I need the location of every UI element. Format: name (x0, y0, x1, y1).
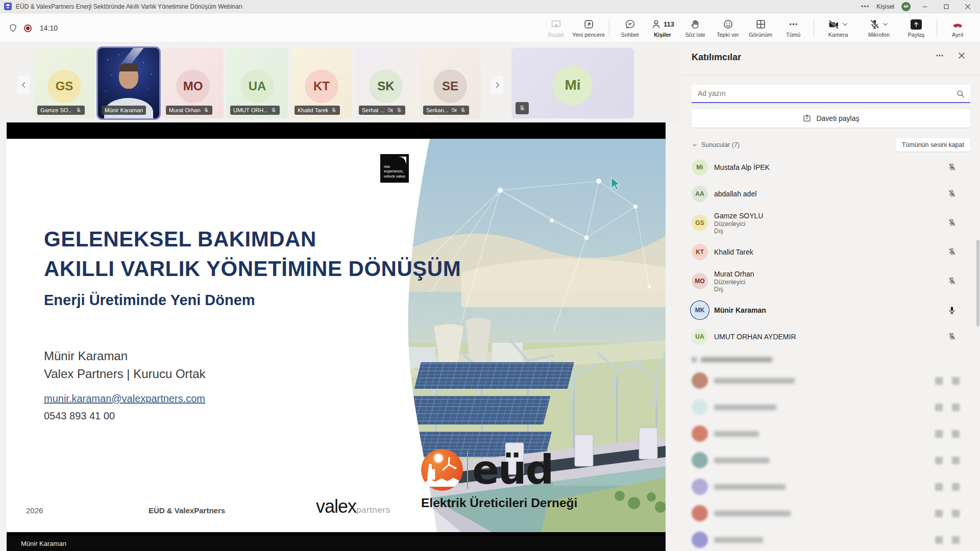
tile-name-pill: Serhat ... (359, 106, 405, 115)
camera-chevron-icon[interactable] (842, 21, 848, 28)
panel-title: Katılımcılar (692, 52, 741, 63)
shared-slide[interactable]: rise experience, unlock value. GELENEKSE… (7, 139, 666, 532)
video-tile-munir[interactable]: Münir Karaman (98, 48, 159, 118)
view-button[interactable]: Görünüm (744, 19, 777, 38)
presenters-section-header[interactable]: Sunucular (7) (701, 141, 740, 148)
share-button[interactable]: Paylaş (900, 19, 933, 38)
new-window-button[interactable]: Yeni pencere (572, 19, 605, 38)
people-icon (651, 19, 662, 30)
mic-off-icon[interactable] (947, 332, 957, 341)
avatar (692, 425, 708, 442)
section-chevron-icon[interactable] (692, 142, 698, 148)
people-button[interactable]: 113 Kişiler (646, 19, 679, 38)
panel-more-icon[interactable] (935, 51, 944, 60)
start-present-button[interactable]: Başlat (540, 19, 572, 38)
filmstrip-scroll-left-button[interactable] (17, 76, 30, 94)
react-button[interactable]: Tepki ver (712, 19, 744, 38)
avatar: GS (692, 215, 708, 231)
avatar: SK (369, 69, 403, 103)
participant-row[interactable]: AA abdallah adel (681, 181, 980, 207)
mic-off-icon[interactable] (947, 189, 957, 198)
filmstrip-scroll-right-button[interactable] (491, 76, 503, 94)
participant-row[interactable]: MO Murat Orhan Düzenleyici Dış (681, 265, 980, 297)
mic-off-icon[interactable] (947, 277, 957, 286)
participant-scope: Dış (714, 228, 763, 235)
tile-name-pill: Khalid Tarek (295, 106, 340, 115)
view-grid-icon (755, 19, 766, 30)
maximize-button[interactable] (939, 2, 953, 12)
participant-row[interactable]: GS Gamze SOYLU Düzenleyici Dış (681, 207, 980, 239)
mic-button[interactable]: Mikrofon (858, 19, 900, 38)
avatar: GS (47, 69, 81, 103)
raise-hand-button[interactable]: Söz iste (679, 19, 712, 38)
mic-on-icon[interactable] (947, 306, 957, 315)
presenter-phone: 0543 893 41 00 (44, 410, 115, 422)
presenter-email-link[interactable]: munir.karaman@valexpartners.com (44, 393, 205, 405)
avatar: SE (433, 69, 467, 103)
avatar: KT (305, 69, 338, 103)
share-invite-button[interactable]: Daveti paylaş (692, 109, 970, 128)
more-button[interactable]: Tümü (777, 19, 810, 38)
video-tile-serhat[interactable]: SK Serhat ... (355, 48, 416, 118)
mic-chevron-icon[interactable] (882, 21, 889, 28)
close-window-button[interactable] (961, 2, 975, 12)
video-tile-gamze[interactable]: GS Gamze SO... (34, 48, 95, 118)
chat-button[interactable]: Sohbet (614, 19, 646, 38)
profile-label[interactable]: Kişisel (876, 3, 894, 10)
participant-role: Düzenleyici (714, 220, 763, 228)
panel-close-icon[interactable] (958, 52, 966, 60)
participant-row[interactable]: Mi Mustafa Alp İPEK (681, 154, 980, 181)
video-tile-mustafa[interactable]: Mi (511, 48, 634, 118)
eud-tagline: Elektrik Üreticileri Derneği (421, 496, 574, 510)
participant-row-blurred[interactable] (681, 420, 980, 447)
tile-name-pill: Gamze SO... (37, 106, 85, 115)
video-tile-murat[interactable]: MO Murat Orhan (162, 48, 224, 118)
camera-button[interactable]: Kamera (818, 19, 858, 38)
attendees-list-blurred (681, 367, 980, 551)
mute-all-button[interactable]: Tümünün sesini kapat (896, 138, 970, 152)
video-tile-serkan[interactable]: SE Serkan... (420, 48, 481, 118)
presentation-stage: rise experience, unlock value. GELENEKSE… (7, 122, 666, 551)
search-input[interactable] (692, 85, 970, 102)
participant-row-blurred[interactable] (681, 527, 980, 551)
participant-row-blurred[interactable] (681, 473, 980, 500)
mic-off-icon[interactable] (947, 247, 957, 257)
avatar: UA (240, 69, 274, 103)
minimize-button[interactable] (918, 2, 932, 12)
participant-row-blurred[interactable] (681, 500, 980, 527)
video-tile-umut[interactable]: UA UMUT ORH... (227, 48, 288, 118)
attendees-section-header-blurred[interactable] (692, 356, 794, 363)
hang-up-icon (951, 19, 964, 30)
panel-scrollbar[interactable] (976, 240, 979, 327)
search-icon (956, 89, 965, 98)
tile-name-pill: Münir Karaman (102, 106, 146, 115)
rise-logo: rise experience, unlock value. (380, 154, 409, 183)
slide-year: 2026 (26, 506, 43, 515)
raise-hand-icon (690, 19, 701, 30)
mic-off-icon[interactable] (947, 163, 957, 172)
participant-row-speaking[interactable]: MK Münir Karaman (681, 297, 980, 323)
participant-search (692, 85, 970, 103)
camera-off-icon (387, 107, 394, 113)
shield-icon (8, 23, 18, 33)
avatar: MO (692, 273, 708, 289)
leave-button[interactable]: Ayrıl (941, 19, 974, 38)
presenter-name: Münir Karaman (44, 347, 206, 365)
video-tile-khalid[interactable]: KT Khalid Tarek (291, 48, 352, 118)
mic-off-icon[interactable] (947, 218, 957, 228)
participant-row-blurred[interactable] (681, 394, 980, 420)
participant-scope: Dış (714, 286, 754, 293)
participant-row[interactable]: KT Khalid Tarek (681, 239, 980, 265)
mic-off-icon (203, 107, 209, 113)
avatar: KT (692, 244, 708, 260)
participant-row-blurred[interactable] (681, 367, 980, 394)
tile-name-pill: UMUT ORH... (230, 106, 280, 115)
participant-row-blurred[interactable] (681, 447, 980, 473)
titlebar-more-icon[interactable]: ••• (861, 3, 870, 10)
participant-role: Düzenleyici (714, 279, 754, 286)
avatar (692, 505, 708, 521)
participant-row[interactable]: UA UMUT ORHAN AYDEMIR (681, 323, 980, 350)
avatar: Mi (553, 65, 593, 105)
profile-avatar[interactable]: Mİ (901, 2, 911, 11)
presenter-block: Münir Karaman Valex Partners | Kurucu Or… (44, 347, 206, 383)
